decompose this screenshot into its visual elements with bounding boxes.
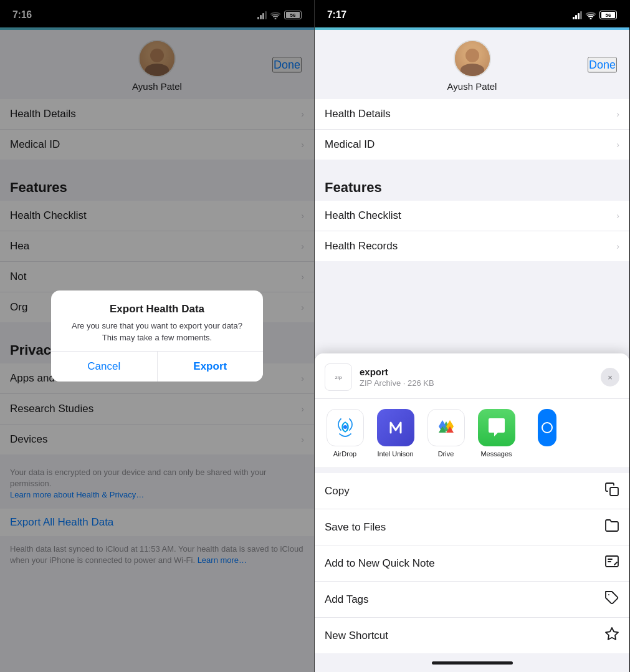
tag-icon xyxy=(604,590,619,608)
status-icons-right: 56 xyxy=(573,11,617,19)
signal-right xyxy=(573,11,582,19)
zip-file-icon: zip xyxy=(325,363,352,391)
chevron-icon: › xyxy=(616,109,619,119)
close-share-button[interactable]: × xyxy=(601,368,619,386)
share-sheet-header: zip export ZIP Archive · 226 KB × xyxy=(315,353,629,399)
medical-id-item-right[interactable]: Medical ID › xyxy=(315,130,629,160)
drive-app[interactable]: Drive xyxy=(426,409,466,458)
features-header-right: Features xyxy=(315,165,629,201)
folder-icon xyxy=(604,518,619,536)
export-button[interactable]: Export xyxy=(158,352,264,382)
airdrop-app[interactable]: AirDrop xyxy=(325,409,365,458)
add-quick-note-action[interactable]: Add to New Quick Note xyxy=(315,545,629,582)
airdrop-label: AirDrop xyxy=(333,450,356,458)
save-to-files-action[interactable]: Save to Files xyxy=(315,509,629,545)
chevron-icon: › xyxy=(616,140,619,150)
add-tags-action[interactable]: Add Tags xyxy=(315,582,629,618)
partial-app-icon xyxy=(541,421,553,434)
add-tags-label: Add Tags xyxy=(325,593,369,606)
modal-buttons: Cancel Export xyxy=(51,351,263,382)
done-button-right[interactable]: Done xyxy=(588,57,617,72)
file-info: export ZIP Archive · 226 KB xyxy=(360,367,601,388)
copy-icon xyxy=(604,482,619,500)
share-sheet: zip export ZIP Archive · 226 KB × xyxy=(315,353,629,672)
left-phone-panel: 7:16 56 xyxy=(0,0,315,672)
modal-body: Export Health Data Are you sure that you… xyxy=(51,290,263,350)
share-actions-list: Copy Save to Files Add to New Quick xyxy=(315,473,629,653)
right-phone-panel: 7:17 56 xyxy=(315,0,629,672)
svg-point-4 xyxy=(343,425,347,429)
svg-point-1 xyxy=(590,17,592,19)
copy-label: Copy xyxy=(325,485,350,497)
add-quick-note-label: Add to New Quick Note xyxy=(325,557,435,570)
user-name-right: Ayush Patel xyxy=(447,81,497,92)
messages-app[interactable]: Messages xyxy=(476,409,517,458)
svg-point-6 xyxy=(542,423,552,433)
svg-rect-8 xyxy=(606,556,618,567)
features-list-right: Health Checklist › Health Records › xyxy=(315,201,629,261)
health-checklist-right[interactable]: Health Checklist › xyxy=(315,201,629,231)
svg-rect-7 xyxy=(610,487,618,496)
health-records-right[interactable]: Health Records › xyxy=(315,231,629,261)
copy-action[interactable]: Copy xyxy=(315,473,629,509)
svg-marker-10 xyxy=(606,628,618,640)
cancel-button[interactable]: Cancel xyxy=(51,352,158,382)
drive-label: Drive xyxy=(438,450,454,458)
battery-right: 56 xyxy=(599,11,617,19)
new-shortcut-label: New Shortcut xyxy=(325,630,388,642)
status-bar-right: 7:17 56 xyxy=(315,0,629,27)
time-right: 7:17 xyxy=(327,9,346,21)
chevron-icon: › xyxy=(616,241,619,251)
messages-icon xyxy=(478,409,515,446)
main-menu-right: Health Details › Medical ID › xyxy=(315,99,629,160)
more-app[interactable] xyxy=(527,409,567,458)
modal-title: Export Health Data xyxy=(64,303,251,315)
messages-label: Messages xyxy=(480,450,512,458)
modal-overlay: Export Health Data Are you sure that you… xyxy=(0,0,314,672)
chevron-icon: › xyxy=(616,211,619,221)
save-to-files-label: Save to Files xyxy=(325,521,386,534)
unison-icon xyxy=(377,409,414,446)
unison-app[interactable]: Intel Unison xyxy=(375,409,416,458)
new-shortcut-action[interactable]: New Shortcut xyxy=(315,618,629,653)
quick-note-icon xyxy=(604,554,619,572)
share-apps-row: AirDrop Intel Unison xyxy=(315,399,629,468)
modal-message: Are you sure that you want to export you… xyxy=(64,320,251,343)
home-indicator-right xyxy=(315,653,629,672)
shortcut-icon xyxy=(604,626,619,645)
home-bar xyxy=(432,661,513,665)
wifi-icon-right xyxy=(585,11,596,19)
airdrop-icon xyxy=(327,409,364,446)
unison-label: Intel Unison xyxy=(377,450,413,458)
drive-icon xyxy=(427,409,465,446)
profile-header-right: Ayush Patel Done xyxy=(315,30,629,99)
export-modal: Export Health Data Are you sure that you… xyxy=(51,290,263,381)
file-meta: ZIP Archive · 226 KB xyxy=(360,378,601,388)
file-name: export xyxy=(360,367,601,377)
health-details-item-right[interactable]: Health Details › xyxy=(315,99,629,130)
avatar-right xyxy=(454,40,491,77)
